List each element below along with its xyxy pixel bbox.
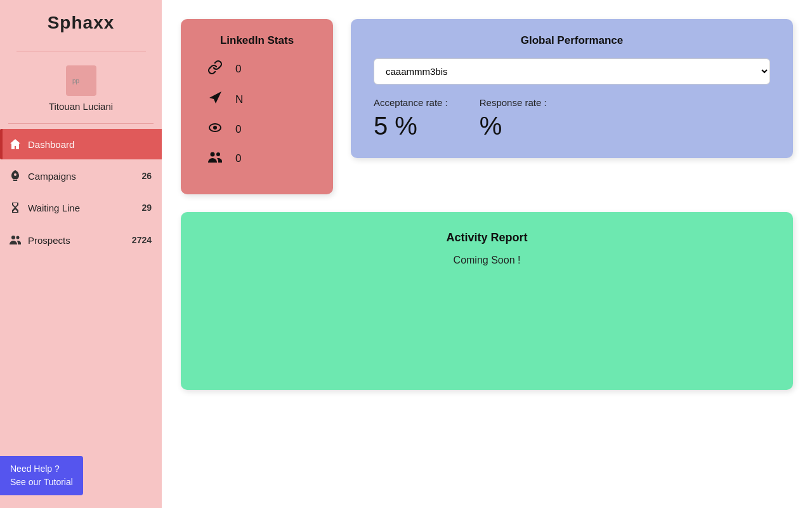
sidebar-item-label-dashboard: Dashboard	[28, 139, 147, 150]
help-line1: Need Help ?	[10, 462, 73, 476]
sidebar-item-campaigns[interactable]: Campaigns 26	[0, 161, 162, 191]
sidebar-divider-mid	[8, 123, 154, 124]
global-rates-row: Acceptance rate : 5 % Response rate : %	[374, 97, 770, 140]
username: Titouan Luciani	[49, 101, 113, 112]
linkedin-stat-send: N	[206, 90, 308, 109]
activity-coming-soon: Coming Soon !	[454, 255, 521, 266]
help-line2: See our Tutorial	[10, 476, 73, 489]
svg-point-2	[11, 236, 15, 239]
acceptance-rate-label: Acceptance rate :	[374, 97, 448, 108]
response-rate-block: Response rate : %	[480, 97, 547, 140]
eye-icon	[206, 121, 224, 138]
linkedin-stats-title: LinkedIn Stats	[206, 34, 308, 47]
rocket-icon	[6, 170, 24, 182]
sidebar-divider-top	[16, 51, 146, 51]
linkedin-stat-link-value: 0	[235, 63, 241, 76]
sidebar-nav: Dashboard Campaigns 26 Waiting Line 29	[0, 129, 162, 256]
top-row: LinkedIn Stats 0 N	[181, 19, 793, 194]
main-content: LinkedIn Stats 0 N	[162, 0, 812, 508]
sidebar-item-badge-prospects: 2724	[132, 235, 152, 245]
response-rate-label: Response rate :	[480, 97, 547, 108]
global-performance-card: Global Performance caaammm3bis Acceptanc…	[351, 19, 793, 158]
svg-point-6	[213, 126, 217, 130]
sidebar-item-badge-campaigns: 26	[141, 171, 152, 181]
hourglass-icon	[6, 201, 24, 214]
app-logo: Sphaxx	[48, 13, 115, 33]
svg-point-7	[211, 152, 215, 157]
svg-point-3	[16, 236, 20, 239]
svg-marker-4	[209, 91, 221, 104]
svg-point-8	[216, 152, 220, 156]
sidebar-item-label-campaigns: Campaigns	[28, 171, 136, 182]
linkedin-stat-send-value: N	[235, 93, 243, 106]
sidebar-item-label-prospects: Prospects	[28, 235, 127, 246]
sidebar: Sphaxx pp Titouan Luciani Dashboard	[0, 0, 162, 508]
help-button[interactable]: Need Help ? See our Tutorial	[0, 456, 83, 495]
link-icon	[206, 60, 224, 79]
group-icon	[206, 150, 224, 168]
sidebar-item-badge-waiting-line: 29	[141, 203, 152, 213]
global-performance-title: Global Performance	[374, 34, 770, 47]
sidebar-item-label-waiting-line: Waiting Line	[28, 203, 136, 213]
sidebar-item-prospects[interactable]: Prospects 2724	[0, 224, 162, 256]
linkedin-stat-eye-value: 0	[235, 123, 241, 136]
activity-report-title: Activity Report	[446, 231, 527, 244]
sidebar-item-waiting-line[interactable]: Waiting Line 29	[0, 192, 162, 223]
acceptance-rate-value: 5 %	[374, 112, 448, 140]
linkedin-stat-link: 0	[206, 60, 308, 79]
send-icon	[206, 90, 224, 109]
response-rate-value: %	[480, 112, 547, 140]
avatar: pp	[66, 65, 96, 96]
svg-text:pp: pp	[72, 77, 80, 84]
linkedin-stat-group: 0	[206, 150, 308, 168]
campaign-dropdown[interactable]: caaammm3bis	[374, 58, 770, 84]
sidebar-item-dashboard[interactable]: Dashboard	[0, 129, 162, 159]
linkedin-stat-eye: 0	[206, 121, 308, 138]
people-icon	[6, 233, 24, 247]
acceptance-rate-block: Acceptance rate : 5 %	[374, 97, 448, 140]
home-icon	[6, 138, 24, 150]
linkedin-stats-card: LinkedIn Stats 0 N	[181, 19, 333, 194]
activity-report-card: Activity Report Coming Soon !	[181, 212, 793, 390]
linkedin-stat-group-value: 0	[235, 152, 241, 165]
